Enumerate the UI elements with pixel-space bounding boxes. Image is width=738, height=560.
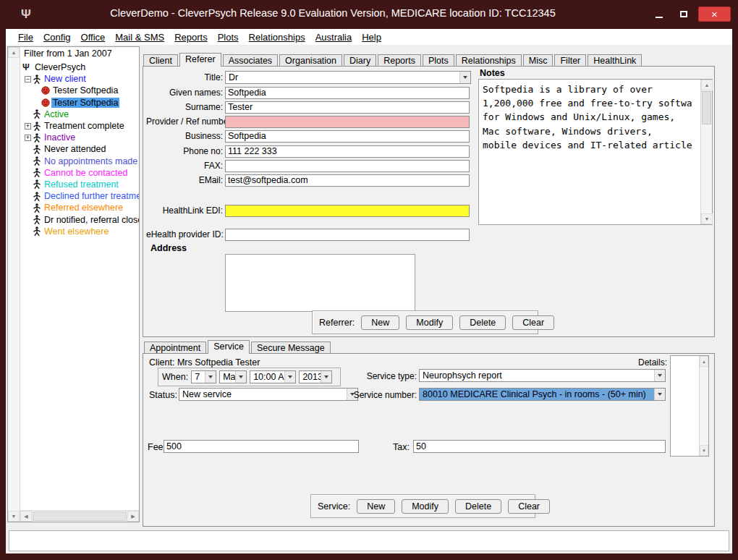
fax-input[interactable] [225, 160, 470, 172]
fee-input[interactable] [164, 440, 359, 453]
expand-expander-icon[interactable]: + [25, 123, 31, 130]
tree-item-new-client[interactable]: − New client [20, 73, 139, 85]
referrer-clear-button[interactable]: Clear [512, 315, 554, 330]
chevron-down-icon[interactable] [654, 389, 665, 400]
menu-item-reports[interactable]: Reports [171, 32, 211, 43]
chevron-down-icon[interactable] [654, 370, 665, 381]
tree-item-inactive[interactable]: + Inactive [20, 132, 139, 143]
tab-client[interactable]: Client [143, 54, 178, 66]
chevron-down-icon[interactable] [205, 371, 216, 383]
referrer-new-button[interactable]: New [361, 315, 399, 330]
tab-healthlink[interactable]: HealthLink [588, 54, 642, 66]
chevron-down-icon[interactable] [459, 72, 470, 83]
ehealth-provider-input[interactable] [225, 229, 470, 241]
address-textarea[interactable] [225, 254, 415, 312]
menu-item-australia[interactable]: Australia [312, 32, 356, 43]
given-names-input[interactable] [225, 87, 470, 99]
referrer-delete-button[interactable]: Delete [459, 315, 506, 330]
menu-item-mail-sms[interactable]: Mail & SMS [111, 32, 168, 43]
collapse-expander-icon[interactable]: − [25, 76, 31, 82]
tab-diary[interactable]: Diary [344, 54, 376, 66]
window-controls: × [649, 7, 731, 22]
scroll-down-icon[interactable]: ▼ [700, 445, 708, 456]
notes-vertical-scrollbar[interactable]: ▲ ▼ [700, 80, 712, 224]
month-combobox[interactable]: May [219, 370, 247, 383]
tab-associates[interactable]: Associates [223, 54, 278, 66]
close-button[interactable]: × [698, 7, 731, 22]
tree-item-client-2-selected[interactable]: Tester Softpedia [20, 97, 139, 109]
scrollbar-thumb[interactable] [33, 512, 127, 521]
tree-item-cannot-be-contacted[interactable]: Cannot be contacted [20, 167, 139, 179]
tree-item-client-1[interactable]: Tester Softpedia [20, 85, 139, 96]
tax-input[interactable] [413, 440, 666, 453]
tree-item-declined-further-treatment[interactable]: Declined further treatment [20, 190, 139, 202]
tree-item-treatment-complete[interactable]: + Treatment complete [20, 120, 139, 132]
tree-horizontal-scrollbar[interactable]: ◀ ▶ [20, 510, 139, 522]
service-delete-button[interactable]: Delete [455, 499, 501, 514]
provider-ref-label: Provider / Ref number: [146, 116, 223, 127]
tab-relationships[interactable]: Relationships [456, 54, 522, 66]
tab-filter[interactable]: Filter [554, 54, 586, 66]
service-number-combobox[interactable]: 80010 MEDICARE Clinical Psych - in rooms… [419, 388, 666, 401]
tab-secure-message[interactable]: Secure Message [251, 341, 331, 353]
title-combobox[interactable]: Dr [225, 71, 471, 84]
service-type-combobox[interactable]: Neurophsych report [419, 369, 666, 382]
menu-item-plots[interactable]: Plots [214, 32, 242, 43]
service-number-label: Service number: [339, 390, 417, 400]
referrer-modify-button[interactable]: Modify [406, 315, 453, 330]
day-combobox[interactable]: 7 [191, 370, 216, 383]
tab-reports[interactable]: Reports [378, 54, 421, 66]
scroll-up-icon[interactable]: ▲ [700, 356, 708, 367]
minimize-button[interactable] [649, 7, 669, 22]
phone-input[interactable] [225, 145, 470, 158]
scroll-down-icon[interactable]: ▼ [701, 213, 713, 224]
chevron-down-icon[interactable] [284, 371, 295, 383]
tree-item-dr-notified[interactable]: Dr notified, referral closed [20, 213, 139, 225]
scroll-right-icon[interactable]: ▶ [127, 511, 139, 522]
person-icon [33, 145, 41, 154]
scroll-left-icon[interactable]: ◀ [20, 511, 32, 522]
tab-plots[interactable]: Plots [423, 54, 454, 66]
provider-ref-input[interactable] [225, 116, 470, 128]
service-clear-button[interactable]: Clear [508, 499, 550, 514]
tree-item-went-elsewhere[interactable]: Went elsewhere [20, 226, 139, 237]
tree-item-referred-elsewhere[interactable]: Referred elsewhere [20, 202, 139, 213]
time-combobox[interactable]: 10:00 AM [250, 370, 296, 383]
service-new-button[interactable]: New [357, 499, 395, 514]
notes-textarea[interactable]: Softpedia is a library of over 1,200,000… [478, 79, 713, 225]
menu-item-help[interactable]: Help [358, 32, 385, 43]
expand-expander-icon[interactable]: + [25, 135, 31, 141]
tree-item-no-appointments[interactable]: No appointments made [20, 156, 139, 167]
chevron-down-icon[interactable] [235, 371, 246, 383]
details-vertical-scrollbar[interactable]: ▲ ▼ [699, 356, 708, 456]
scroll-down-icon[interactable]: ▼ [8, 511, 20, 522]
tab-service[interactable]: Service [208, 340, 250, 354]
email-input[interactable] [225, 174, 470, 187]
year-combobox[interactable]: 2013 [299, 370, 332, 383]
scrollbar-thumb[interactable] [702, 91, 711, 124]
menu-item-file[interactable]: File [14, 32, 37, 43]
scroll-up-icon[interactable]: ▲ [8, 47, 20, 58]
tree-vertical-scrollbar[interactable]: ▲ ▼ [8, 47, 20, 522]
business-input[interactable] [225, 130, 470, 143]
details-textarea[interactable]: ▲ ▼ [670, 355, 709, 457]
tab-referer[interactable]: Referer [179, 53, 221, 67]
tab-appointment[interactable]: Appointment [144, 341, 206, 353]
tree-item-active[interactable]: Active [20, 109, 139, 120]
surname-input[interactable] [225, 101, 470, 114]
status-combobox[interactable]: New service [179, 388, 358, 401]
service-modify-button[interactable]: Modify [402, 499, 449, 514]
tab-organisation[interactable]: Organisation [279, 54, 342, 66]
menu-item-config[interactable]: Config [40, 32, 75, 43]
tab-misc[interactable]: Misc [523, 54, 554, 66]
maximize-button[interactable] [674, 7, 693, 22]
tree-item-never-attended[interactable]: Never attended [20, 143, 139, 155]
title-bar[interactable]: Ψ CleverDemo - CleverPsych Release 9.0 E… [0, 0, 738, 29]
healthlink-edi-input[interactable] [225, 205, 470, 217]
tree-item-cleverpsych[interactable]: Ψ CleverPsych [20, 61, 139, 73]
menu-item-office[interactable]: Office [77, 32, 109, 43]
scroll-up-icon[interactable]: ▲ [701, 80, 713, 90]
chevron-down-icon[interactable] [321, 371, 331, 383]
tree-item-refused-treatment[interactable]: Refused treatment [20, 179, 139, 190]
menu-item-relationships[interactable]: Relationships [245, 32, 309, 43]
